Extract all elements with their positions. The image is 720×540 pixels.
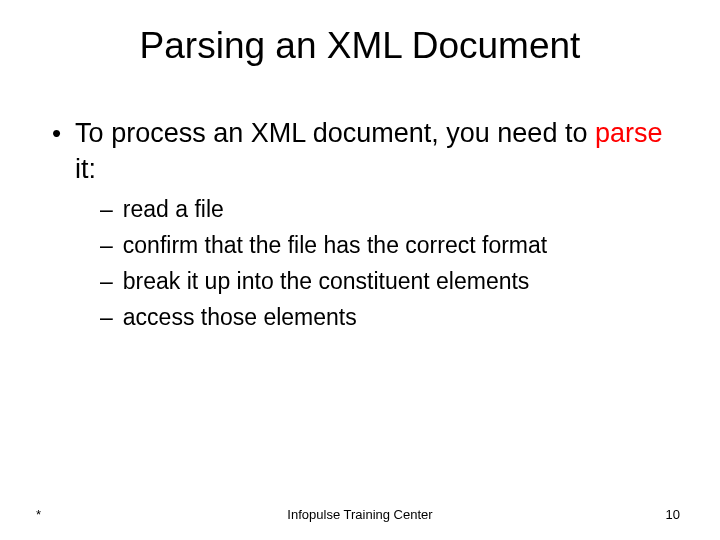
main-bullet-text: To process an XML document, you need to … [75,115,690,187]
footer-center: Infopulse Training Center [0,507,720,522]
sub-bullet: – confirm that the file has the correct … [100,229,690,261]
sub-bullet-text: access those elements [123,301,357,333]
main-suffix: it: [75,154,96,184]
main-bullet: • To process an XML document, you need t… [52,115,690,187]
bullet-dot-icon: • [52,115,61,151]
slide: Parsing an XML Document • To process an … [0,0,720,540]
sub-bullet: – access those elements [100,301,690,333]
sub-bullet-text: break it up into the constituent element… [123,265,530,297]
footer-left: * [36,507,41,522]
dash-icon: – [100,229,113,261]
main-highlight: parse [595,118,663,148]
slide-title: Parsing an XML Document [0,25,720,67]
dash-icon: – [100,193,113,225]
slide-footer: * Infopulse Training Center 10 [0,507,720,522]
sub-bullet-list: – read a file – confirm that the file ha… [52,193,690,333]
dash-icon: – [100,301,113,333]
sub-bullet-text: confirm that the file has the correct fo… [123,229,547,261]
sub-bullet-text: read a file [123,193,224,225]
dash-icon: – [100,265,113,297]
sub-bullet: – break it up into the constituent eleme… [100,265,690,297]
main-prefix: To process an XML document, you need to [75,118,595,148]
slide-content: • To process an XML document, you need t… [0,115,720,333]
footer-right: 10 [666,507,680,522]
sub-bullet: – read a file [100,193,690,225]
